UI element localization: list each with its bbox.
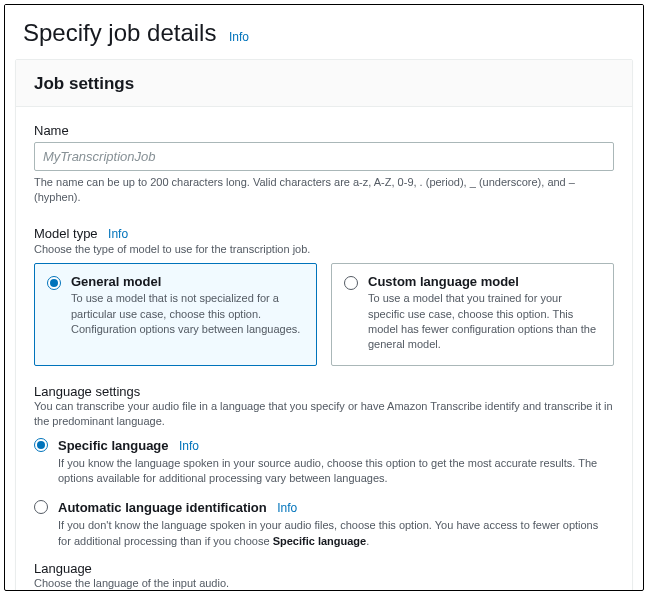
tile-general-model[interactable]: General model To use a model that is not…: [34, 263, 317, 366]
radio-specific-title: Specific language: [58, 438, 169, 453]
name-helper: The name can be up to 200 characters lon…: [34, 175, 614, 206]
radio-custom-model[interactable]: [344, 276, 358, 290]
radio-specific-desc: If you know the language spoken in your …: [58, 456, 614, 487]
page-title: Specify job details: [23, 19, 216, 47]
language-settings-sublabel: You can transcribe your audio file in a …: [34, 399, 614, 430]
radio-specific-content: Specific language Info If you know the l…: [58, 436, 614, 487]
tile-general-title: General model: [71, 274, 304, 289]
panel-header: Job settings: [16, 60, 632, 107]
radio-auto-desc-bold: Specific language: [273, 535, 367, 547]
model-type-info-link[interactable]: Info: [108, 227, 128, 241]
panel-body: Name The name can be up to 200 character…: [16, 107, 632, 591]
tile-general-desc: To use a model that is not specialized f…: [71, 291, 304, 337]
tile-custom-title: Custom language model: [368, 274, 601, 289]
panel-title: Job settings: [34, 74, 614, 94]
model-type-tiles: General model To use a model that is not…: [34, 263, 614, 366]
radio-dot-icon: [50, 279, 58, 287]
language-sublabel: Choose the language of the input audio.: [34, 576, 614, 591]
model-type-label-row: Model type Info: [34, 224, 614, 242]
tile-custom-desc: To use a model that you trained for your…: [368, 291, 601, 353]
radio-auto-desc: If you don't know the language spoken in…: [58, 518, 614, 549]
language-settings-label: Language settings: [34, 384, 614, 399]
radio-general-model[interactable]: [47, 276, 61, 290]
radio-row-auto-language[interactable]: Automatic language identification Info I…: [34, 498, 614, 549]
page-header: Specify job details Info: [5, 5, 643, 59]
radio-specific-language[interactable]: [34, 438, 48, 452]
language-label: Language: [34, 561, 614, 576]
radio-dot-icon: [37, 441, 45, 449]
radio-auto-content: Automatic language identification Info I…: [58, 498, 614, 549]
model-type-label: Model type: [34, 226, 98, 241]
job-settings-panel: Job settings Name The name can be up to …: [15, 59, 633, 591]
radio-auto-language[interactable]: [34, 500, 48, 514]
tile-custom-model[interactable]: Custom language model To use a model tha…: [331, 263, 614, 366]
tile-custom-content: Custom language model To use a model tha…: [368, 274, 601, 353]
language-section: Language Choose the language of the inpu…: [34, 561, 614, 591]
model-type-section: Model type Info Choose the type of model…: [34, 224, 614, 366]
specific-language-info-link[interactable]: Info: [179, 439, 199, 453]
name-field: Name The name can be up to 200 character…: [34, 123, 614, 206]
page-container: Specify job details Info Job settings Na…: [4, 4, 644, 591]
radio-row-specific-language[interactable]: Specific language Info If you know the l…: [34, 436, 614, 487]
radio-auto-desc-suffix: .: [366, 535, 369, 547]
tile-general-content: General model To use a model that is not…: [71, 274, 304, 337]
radio-auto-title: Automatic language identification: [58, 500, 267, 515]
language-settings-section: Language settings You can transcribe you…: [34, 384, 614, 549]
name-input[interactable]: [34, 142, 614, 171]
name-label: Name: [34, 123, 614, 138]
language-settings-radios: Specific language Info If you know the l…: [34, 436, 614, 550]
auto-language-info-link[interactable]: Info: [277, 501, 297, 515]
model-type-sublabel: Choose the type of model to use for the …: [34, 242, 614, 257]
page-info-link[interactable]: Info: [229, 30, 249, 44]
